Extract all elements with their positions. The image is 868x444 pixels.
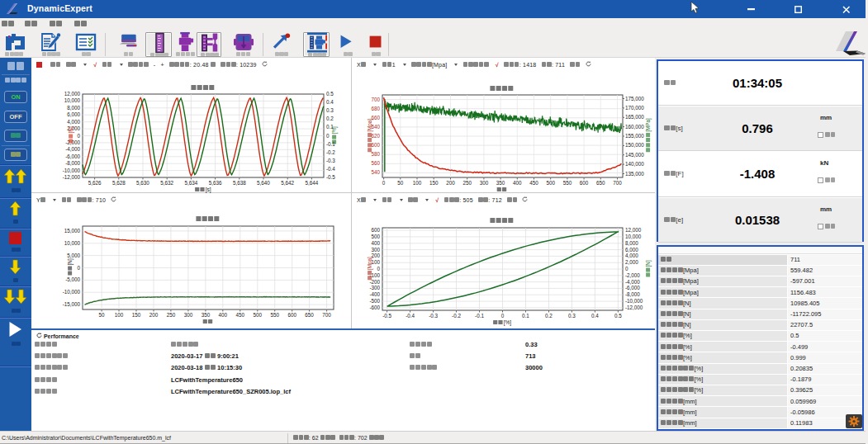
svg-text:0: 0 — [625, 266, 628, 272]
svg-text:155,000: 155,000 — [625, 133, 644, 139]
svg-text:150: 150 — [132, 312, 141, 318]
svg-text:145,000: 145,000 — [625, 152, 644, 158]
svg-text:300: 300 — [371, 247, 380, 253]
svg-text:250: 250 — [167, 312, 176, 318]
svg-text:-10,000: -10,000 — [63, 168, 81, 173]
svg-text:175,000: 175,000 — [625, 96, 644, 102]
svg-text:700: 700 — [613, 180, 622, 186]
svg-text:6,000: 6,000 — [67, 111, 80, 117]
svg-text:2,000: 2,000 — [625, 259, 638, 265]
svg-text:-10,000: -10,000 — [625, 298, 643, 304]
svg-text:12,000: 12,000 — [64, 91, 81, 97]
svg-text:[Mpa]: [Mpa] — [367, 257, 373, 270]
svg-text:-12,000: -12,000 — [63, 174, 81, 180]
svg-text:5,644: 5,644 — [306, 180, 319, 186]
svg-text:-500: -500 — [369, 298, 380, 304]
svg-text:-0.3: -0.3 — [429, 313, 438, 319]
svg-text:12,000: 12,000 — [625, 227, 642, 233]
svg-text:-0.3: -0.3 — [326, 158, 335, 163]
svg-text:500: 500 — [254, 312, 263, 318]
svg-text:0: 0 — [326, 133, 330, 139]
svg-text:0.4: 0.4 — [591, 313, 599, 319]
svg-text:200: 200 — [371, 253, 380, 258]
svg-text:100: 100 — [115, 312, 124, 318]
svg-text:165,000: 165,000 — [625, 114, 644, 120]
svg-text:[N]: [N] — [645, 260, 652, 267]
svg-text:5,642: 5,642 — [281, 180, 294, 186]
svg-text:660: 660 — [371, 115, 380, 120]
svg-text:0.5: 0.5 — [326, 91, 334, 97]
svg-text:680: 680 — [371, 106, 380, 111]
svg-text:5,000: 5,000 — [67, 253, 80, 258]
svg-text:[MPa]: [MPa] — [645, 118, 652, 132]
svg-text:620: 620 — [371, 133, 380, 139]
svg-text:-5,000: -5,000 — [65, 276, 80, 282]
svg-text:5,640: 5,640 — [257, 180, 270, 186]
svg-text:4,000: 4,000 — [67, 119, 80, 125]
svg-text:600: 600 — [287, 312, 296, 318]
svg-text:650: 650 — [596, 180, 605, 186]
svg-text:100: 100 — [371, 259, 380, 265]
svg-text:-6,000: -6,000 — [65, 154, 80, 159]
svg-text:0: 0 — [377, 266, 380, 272]
svg-text:[N]: [N] — [68, 126, 74, 133]
svg-text:500: 500 — [371, 234, 380, 239]
svg-text:[%]: [%] — [331, 126, 338, 134]
svg-text:700: 700 — [371, 97, 380, 102]
svg-text:8,000: 8,000 — [67, 105, 80, 111]
svg-text:580: 580 — [371, 151, 380, 157]
svg-text:0.5: 0.5 — [614, 313, 622, 319]
svg-text:640: 640 — [371, 124, 380, 130]
svg-text:135,000: 135,000 — [625, 171, 644, 177]
svg-text:0: 0 — [77, 265, 80, 271]
svg-text:15,000: 15,000 — [64, 228, 81, 234]
svg-text:-0.2: -0.2 — [326, 149, 335, 155]
svg-text:10,000: 10,000 — [64, 240, 81, 246]
svg-text:0.3: 0.3 — [568, 313, 576, 319]
svg-text:-4,000: -4,000 — [65, 146, 80, 152]
svg-text:350: 350 — [496, 180, 505, 186]
svg-text:150,000: 150,000 — [625, 142, 644, 148]
svg-text:450: 450 — [529, 180, 538, 186]
svg-text:[%]: [%] — [504, 319, 512, 326]
svg-text:0.2: 0.2 — [326, 116, 334, 121]
svg-text:150: 150 — [429, 180, 439, 186]
svg-text:600: 600 — [371, 142, 380, 148]
svg-text:-8,000: -8,000 — [625, 291, 640, 297]
svg-text:550: 550 — [270, 312, 279, 318]
svg-text:[N]: [N] — [67, 258, 74, 265]
svg-text:0: 0 — [382, 180, 386, 186]
svg-text:160,000: 160,000 — [625, 124, 644, 130]
svg-text:500: 500 — [546, 180, 555, 186]
svg-text:600: 600 — [371, 227, 380, 233]
svg-text:-8,000: -8,000 — [65, 160, 80, 166]
svg-text:350: 350 — [202, 312, 211, 318]
svg-text:300: 300 — [184, 312, 193, 318]
svg-text:6,000: 6,000 — [625, 247, 638, 253]
svg-text:-2,000: -2,000 — [625, 272, 640, 278]
svg-text:-0.5: -0.5 — [382, 313, 391, 319]
svg-text:0.4: 0.4 — [326, 99, 334, 105]
svg-text:-0.4: -0.4 — [326, 166, 335, 172]
svg-text:0.1: 0.1 — [522, 313, 529, 319]
svg-text:200: 200 — [149, 312, 159, 318]
svg-text:600: 600 — [580, 180, 589, 186]
svg-text:4,000: 4,000 — [625, 253, 638, 258]
svg-text:0: 0 — [501, 313, 505, 319]
svg-text:200: 200 — [446, 180, 455, 186]
svg-text:-0.4: -0.4 — [406, 313, 415, 319]
svg-text:450: 450 — [236, 312, 245, 318]
svg-text:[s]: [s] — [206, 187, 211, 193]
svg-text:-0.1: -0.1 — [475, 313, 484, 319]
svg-text:5,626: 5,626 — [88, 180, 102, 186]
svg-text:5,634: 5,634 — [185, 180, 198, 186]
svg-text:250: 250 — [462, 180, 472, 186]
svg-text:300: 300 — [480, 180, 489, 186]
svg-text:-15,000: -15,000 — [63, 301, 81, 307]
svg-text:560: 560 — [371, 160, 380, 166]
svg-text:170,000: 170,000 — [625, 105, 644, 111]
svg-text:140,000: 140,000 — [625, 161, 644, 167]
svg-text:8,000: 8,000 — [625, 240, 638, 246]
svg-text:-0.5: -0.5 — [326, 174, 335, 180]
svg-text:5,632: 5,632 — [160, 180, 173, 186]
